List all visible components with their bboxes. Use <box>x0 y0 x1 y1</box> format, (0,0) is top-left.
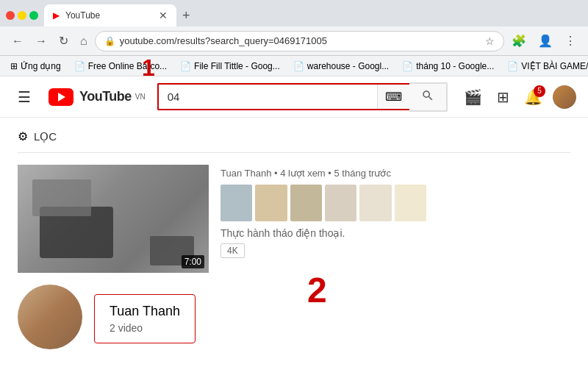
tab-favicon: ▶ <box>53 10 60 21</box>
video-thumbnail <box>18 165 209 273</box>
channel-avatar-image <box>18 285 82 349</box>
youtube-logo[interactable]: YouTube VN <box>49 88 146 106</box>
bookmark-warehouse[interactable]: 📄 warehouse - Googl... <box>289 60 393 73</box>
video-channel: Tuan Thanh <box>220 168 271 179</box>
filter-icon: ⚙ <box>18 129 28 143</box>
search-area: ⌨ <box>157 82 448 112</box>
menu-btn[interactable]: ⋮ <box>560 31 581 51</box>
header-right-actions: 🎬 ⊞ 🔔 5 <box>459 84 576 110</box>
filter-label: LỌC <box>34 130 57 143</box>
youtube-app: ☰ YouTube VN ⌨ 🎬 <box>0 76 588 361</box>
back-button[interactable]: ← <box>7 32 28 51</box>
search-input[interactable] <box>159 85 377 109</box>
video-info: Tuan Thanh • 4 lượt xem • 5 tháng trước <box>220 165 570 273</box>
search-submit-button[interactable] <box>409 82 448 112</box>
youtube-logo-text: YouTube <box>79 89 132 104</box>
video-result: 7:00 Tuan Thanh • 4 lượt xem • 5 tháng t… <box>18 165 570 273</box>
search-box: ⌨ <box>157 83 409 110</box>
youtube-logo-icon <box>49 88 74 106</box>
navigation-bar: ← → ↻ ⌂ 🔒 youtube.com/results?search_que… <box>0 26 588 56</box>
user-avatar[interactable] <box>553 85 576 109</box>
video-description: Thực hành tháo điện thoại. <box>220 227 570 239</box>
warehouse-label: warehouse - Googl... <box>307 61 389 71</box>
bookmark-apps[interactable]: ⊞ Ứng dụng <box>6 60 65 73</box>
apps-label: Ứng dụng <box>21 61 61 71</box>
menu-hamburger-button[interactable]: ☰ <box>12 82 37 112</box>
new-tab-button[interactable]: + <box>176 8 196 24</box>
lock-icon: 🔒 <box>104 36 115 46</box>
apps-icon: ⊞ <box>10 61 18 71</box>
duration-badge: 7:00 <box>182 255 204 268</box>
channel-info: Tuan Thanh 2 video <box>94 285 570 349</box>
window-close-btn[interactable] <box>6 11 15 20</box>
video-separator-1: • <box>274 168 280 179</box>
tab-title: YouTube <box>65 10 153 21</box>
window-minimize-btn[interactable] <box>18 11 26 20</box>
channel-avatar[interactable] <box>18 285 82 349</box>
reload-button[interactable]: ↻ <box>54 31 73 51</box>
channel-video-count: 2 video <box>110 322 180 334</box>
video-thumbnail-container[interactable]: 7:00 <box>18 165 209 273</box>
video-time-ago: 5 tháng trước <box>334 168 391 179</box>
bookmark-barcode[interactable]: 📄 Free Online Barco... <box>70 60 171 73</box>
keyboard-button[interactable]: ⌨ <box>377 85 409 109</box>
address-text: youtube.com/results?search_query=0469171… <box>120 35 481 46</box>
channel-info-box: Tuan Thanh 2 video <box>94 294 196 343</box>
search-results: 7:00 Tuan Thanh • 4 lượt xem • 5 tháng t… <box>18 165 570 349</box>
forward-button[interactable]: → <box>31 32 51 51</box>
create-icon: 🎬 <box>464 89 482 105</box>
home-button[interactable]: ⌂ <box>76 32 92 51</box>
file-icon: 📄 <box>180 61 191 71</box>
tab-close-btn[interactable]: ✕ <box>159 10 168 21</box>
youtube-header: ☰ YouTube VN ⌨ 🎬 <box>0 76 588 118</box>
bookmark-file[interactable]: 📄 File Fill Tittle - Goog... <box>176 60 284 73</box>
address-bar[interactable]: 🔒 youtube.com/results?search_query=04691… <box>95 31 504 51</box>
create-video-button[interactable]: 🎬 <box>459 84 487 110</box>
notification-badge: 5 <box>534 85 545 97</box>
window-maximize-btn[interactable] <box>29 11 38 20</box>
vietbai-icon: 📄 <box>507 61 518 71</box>
file-label: File Fill Tittle - Goog... <box>194 61 280 71</box>
channel-name: Tuan Thanh <box>110 304 180 319</box>
annotation-number-2: 2 <box>307 270 327 310</box>
bookmark-thang10[interactable]: 📄 tháng 10 - Google... <box>398 60 498 73</box>
apps-grid-button[interactable]: ⊞ <box>492 84 514 110</box>
main-content: ⚙ LỌC 7 <box>0 118 588 361</box>
search-icon <box>421 89 434 102</box>
bookmark-star-btn[interactable]: ☆ <box>485 35 495 47</box>
apps-grid-icon: ⊞ <box>497 89 509 105</box>
barcode-icon: 📄 <box>74 61 85 71</box>
profile-btn[interactable]: 👤 <box>534 31 557 51</box>
bookmarks-bar: ⊞ Ứng dụng 📄 Free Online Barco... 📄 File… <box>0 56 588 76</box>
extensions-btn[interactable]: 🧩 <box>507 31 531 51</box>
vietbai-label: VIỆT BÀI GAME/AP... <box>521 61 588 71</box>
youtube-country-code: VN <box>135 93 146 101</box>
warehouse-icon: 📄 <box>293 61 304 71</box>
video-views: 4 lượt xem <box>280 168 326 179</box>
barcode-label: Free Online Barco... <box>88 61 167 71</box>
notifications-button[interactable]: 🔔 5 <box>520 84 547 110</box>
channel-result: Tuan Thanh 2 video <box>18 285 570 349</box>
thang10-label: tháng 10 - Google... <box>416 61 494 71</box>
browser-tab[interactable]: ▶ YouTube ✕ <box>44 4 176 26</box>
video-tag: 4K <box>220 243 245 258</box>
bookmark-viet-bai[interactable]: 📄 VIỆT BÀI GAME/AP... <box>503 60 588 73</box>
video-separator-2: • <box>328 168 334 179</box>
thang10-icon: 📄 <box>402 61 413 71</box>
video-channel-meta: Tuan Thanh • 4 lượt xem • 5 tháng trước <box>220 168 570 179</box>
annotation-number-1: 1 <box>142 54 155 82</box>
filter-bar: ⚙ LỌC <box>18 129 570 153</box>
